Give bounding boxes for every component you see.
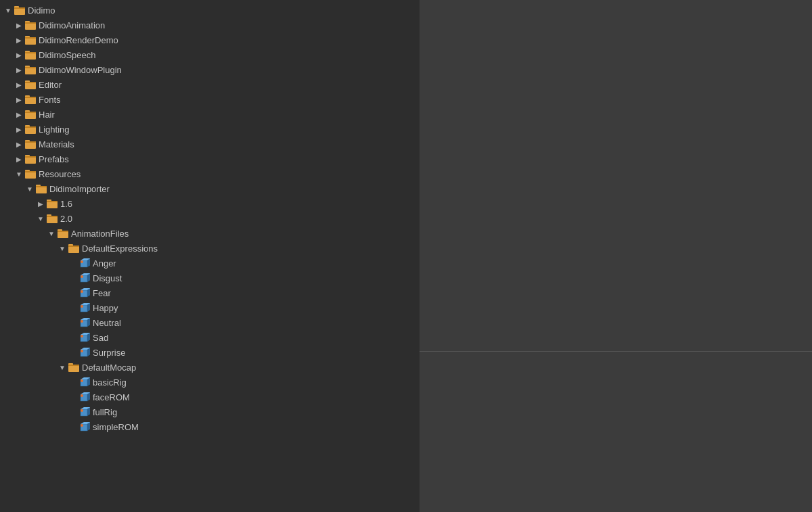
folder-icon-didimo-window-plugin: [24, 64, 37, 75]
tree-item-basic-rig[interactable]: basicRig: [0, 375, 420, 390]
anim-icon-face-rom: [78, 391, 91, 403]
tree-item-surprise[interactable]: Surprise: [0, 345, 420, 360]
item-label-didimo-speech: DidimoSpeech: [39, 50, 96, 60]
tree-item-anger[interactable]: Anger: [0, 256, 420, 271]
item-label-v16: 1.6: [60, 199, 72, 209]
folder-icon-didimo-render-demo: [24, 34, 37, 45]
arrow-animation-files[interactable]: [46, 226, 57, 241]
arrow-didimo-window-plugin[interactable]: [14, 62, 24, 77]
arrow-editor[interactable]: [14, 77, 24, 92]
arrow-didimo-render-demo[interactable]: [14, 32, 24, 47]
folder-icon-default-expressions: [68, 243, 80, 254]
svg-rect-47: [58, 231, 68, 232]
item-label-materials: Materials: [39, 139, 74, 149]
arrow-prefabs[interactable]: [14, 152, 24, 166]
folder-icon-v16: [46, 198, 58, 209]
arrow-didimo-speech[interactable]: [14, 47, 24, 62]
svg-rect-17: [25, 82, 36, 83]
item-label-anger: Anger: [93, 258, 116, 269]
tree-item-animation-files[interactable]: AnimationFiles: [0, 226, 420, 241]
folder-icon-prefabs: [24, 154, 37, 164]
folder-icon-editor: [24, 79, 37, 90]
svg-rect-35: [25, 171, 36, 172]
item-label-surprise: Surprise: [93, 348, 125, 358]
tree-item-materials[interactable]: Materials: [0, 137, 420, 152]
svg-rect-26: [25, 126, 36, 128]
arrow-v16[interactable]: [35, 196, 46, 211]
tree-item-didimo[interactable]: Didimo: [0, 3, 420, 18]
tree-item-default-expressions[interactable]: DefaultExpressions: [0, 241, 420, 256]
tree-item-didimo-window-plugin[interactable]: DidimoWindowPlugin: [0, 62, 420, 77]
svg-rect-11: [25, 52, 36, 53]
folder-icon-materials: [24, 139, 37, 149]
tree-item-simple-rom[interactable]: simpleROM: [0, 419, 420, 434]
tree-item-didimo-importer[interactable]: DidimoImporter: [0, 181, 420, 196]
arrow-default-expressions[interactable]: [57, 241, 68, 256]
svg-rect-41: [47, 201, 58, 202]
svg-point-66: [81, 305, 83, 308]
item-label-animation-files: AnimationFiles: [71, 229, 129, 239]
tree-item-lighting[interactable]: Lighting: [0, 122, 420, 137]
svg-rect-50: [68, 246, 79, 247]
tree-item-v16[interactable]: 1.6: [0, 196, 420, 211]
item-label-didimo-animation: DidimoAnimation: [39, 20, 105, 30]
tree-item-full-rig[interactable]: fullRig: [0, 404, 420, 419]
item-label-didimo-importer: DidimoImporter: [49, 184, 110, 194]
item-label-didimo-window-plugin: DidimoWindowPlugin: [39, 65, 122, 75]
item-label-lighting: Lighting: [39, 124, 70, 135]
anim-icon-basic-rig: [78, 376, 91, 388]
anim-icon-neutral: [78, 317, 91, 329]
folder-icon-default-mocap: [68, 362, 80, 373]
tree-item-prefabs[interactable]: Prefabs: [0, 152, 420, 166]
svg-rect-38: [36, 186, 47, 187]
arrow-didimo-animation[interactable]: [14, 18, 24, 32]
tree-item-happy[interactable]: Happy: [0, 300, 420, 315]
item-label-happy: Happy: [93, 303, 118, 313]
arrow-hair[interactable]: [14, 107, 24, 122]
tree-container[interactable]: DidimoDidimoAnimationDidimoRenderDemoDid…: [0, 0, 420, 512]
folder-icon-didimo-animation: [24, 20, 37, 30]
arrow-materials[interactable]: [14, 137, 24, 152]
tree-item-sad[interactable]: Sad: [0, 330, 420, 345]
svg-point-85: [81, 379, 83, 382]
tree-item-didimo-animation[interactable]: DidimoAnimation: [0, 18, 420, 32]
svg-point-70: [81, 320, 83, 323]
tree-item-fonts[interactable]: Fonts: [0, 92, 420, 107]
arrow-default-mocap[interactable]: [57, 360, 68, 375]
arrow-v20[interactable]: [35, 211, 46, 226]
tree-item-fear[interactable]: Fear: [0, 285, 420, 300]
folder-icon-didimo: [14, 5, 26, 16]
item-label-full-rig: fullRig: [93, 407, 117, 417]
arrow-didimo[interactable]: [3, 3, 14, 18]
arrow-didimo-importer[interactable]: [24, 181, 35, 196]
tree-item-editor[interactable]: Editor: [0, 77, 420, 92]
folder-icon-fonts: [24, 94, 37, 105]
arrow-resources[interactable]: [14, 166, 24, 181]
tree-item-didimo-speech[interactable]: DidimoSpeech: [0, 47, 420, 62]
anim-icon-anger: [78, 257, 91, 269]
item-label-resources: Resources: [39, 169, 81, 179]
item-label-default-expressions: DefaultExpressions: [82, 243, 158, 254]
arrow-fonts[interactable]: [14, 92, 24, 107]
right-bottom-area: [420, 352, 812, 512]
tree-item-resources[interactable]: Resources: [0, 166, 420, 181]
svg-rect-14: [25, 67, 36, 68]
tree-item-default-mocap[interactable]: DefaultMocap: [0, 360, 420, 375]
folder-icon-didimo-speech: [24, 49, 37, 60]
right-panel: [420, 0, 812, 512]
anim-icon-sad: [78, 331, 91, 344]
tree-item-neutral[interactable]: Neutral: [0, 315, 420, 330]
tree-item-v20[interactable]: 2.0: [0, 211, 420, 226]
svg-point-89: [81, 394, 83, 397]
folder-icon-resources: [24, 168, 37, 179]
svg-point-97: [81, 424, 83, 427]
tree-item-hair[interactable]: Hair: [0, 107, 420, 122]
anim-icon-disgust: [78, 272, 91, 284]
arrow-lighting[interactable]: [14, 122, 24, 137]
folder-icon-v20: [46, 213, 58, 224]
tree-item-face-rom[interactable]: faceROM: [0, 390, 420, 404]
item-label-basic-rig: basicRig: [93, 377, 127, 388]
item-label-v20: 2.0: [60, 214, 72, 224]
tree-item-disgust[interactable]: Disgust: [0, 271, 420, 285]
tree-item-didimo-render-demo[interactable]: DidimoRenderDemo: [0, 32, 420, 47]
